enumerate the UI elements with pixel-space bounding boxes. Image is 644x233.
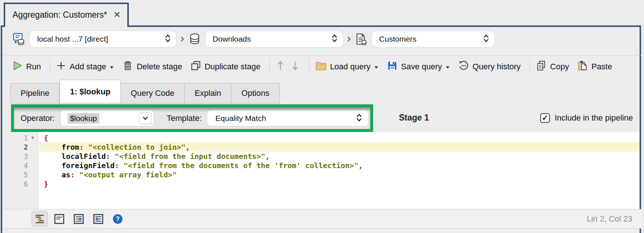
svg-text:?: ? bbox=[116, 215, 120, 223]
include-in-pipeline: ✓ Include in the pipeline bbox=[540, 104, 633, 132]
database-value: Downloads bbox=[213, 35, 331, 44]
breadcrumb-separator: › bbox=[180, 31, 184, 47]
delete-stage-button[interactable]: Delete stage bbox=[122, 60, 182, 73]
folder-icon bbox=[315, 60, 327, 73]
caret-down-icon bbox=[445, 62, 450, 72]
code-line[interactable]: } bbox=[39, 179, 640, 188]
indent-button[interactable] bbox=[71, 211, 87, 227]
toolbar-divider bbox=[269, 60, 270, 74]
close-icon[interactable]: ✕ bbox=[113, 10, 121, 19]
toolbar-divider bbox=[309, 60, 309, 74]
duplicate-icon bbox=[190, 60, 201, 73]
plus-icon bbox=[56, 60, 66, 73]
chevron-up-down-icon bbox=[331, 34, 338, 45]
caret-down-icon bbox=[374, 62, 379, 72]
stage-label: Stage 1 bbox=[399, 104, 429, 132]
connection-value: local host ...7 [direct] bbox=[37, 35, 164, 44]
document-tab-title: Aggregation: Customers* bbox=[13, 10, 108, 20]
editor-gutter: 1▼23456 bbox=[12, 132, 38, 209]
line-number: 4 bbox=[12, 161, 38, 170]
chevron-down-icon[interactable] bbox=[139, 112, 152, 124]
duplicate-stage-button[interactable]: Duplicate stage bbox=[190, 60, 261, 73]
chevron-up-down-icon bbox=[356, 113, 362, 124]
line-number: 1▼ bbox=[12, 133, 38, 142]
chevron-up-down-icon bbox=[483, 34, 489, 45]
load-query-button[interactable]: Load query bbox=[315, 60, 379, 73]
query-history-button[interactable]: Query history bbox=[458, 60, 521, 73]
tab-options[interactable]: Options bbox=[231, 83, 280, 104]
move-stage-down-button[interactable] bbox=[290, 60, 300, 73]
database-select[interactable]: Downloads bbox=[205, 31, 343, 48]
save-icon bbox=[387, 60, 398, 73]
code-line[interactable]: { bbox=[39, 133, 640, 142]
stage-tabs: Pipeline1: $lookupQuery CodeExplainOptio… bbox=[10, 80, 280, 104]
editor-code[interactable]: { from: "<collection to join>", localFie… bbox=[39, 132, 640, 209]
save-query-button[interactable]: Save query bbox=[387, 60, 450, 73]
template-label: Template: bbox=[167, 114, 202, 123]
code-line[interactable]: foreignField: "<field from the documents… bbox=[39, 161, 640, 170]
code-line[interactable]: localField: "<field from the input docum… bbox=[39, 152, 640, 161]
code-line[interactable]: from: "<collection to join>", bbox=[39, 142, 640, 152]
annotation-highlight: Operator: $lookup Template: Equality Mat… bbox=[11, 104, 373, 132]
query-toolbar: Run Add stage Delete stage Duplicate sta… bbox=[3, 55, 641, 77]
include-label: Include in the pipeline bbox=[555, 113, 633, 123]
run-button[interactable]: Run bbox=[12, 60, 41, 73]
document-tab[interactable]: Aggregation: Customers* ✕ bbox=[4, 3, 129, 27]
copy-button[interactable]: Copy bbox=[536, 60, 569, 73]
tab-query-code[interactable]: Query Code bbox=[121, 83, 185, 104]
collection-select[interactable]: Customers bbox=[371, 31, 495, 48]
tab-explain[interactable]: Explain bbox=[185, 83, 231, 104]
template-value: Equality Match bbox=[215, 114, 356, 123]
fold-icon[interactable]: ▼ bbox=[29, 135, 36, 140]
editor-statusbar: ? Lin 2, Col 23 bbox=[3, 209, 641, 229]
operator-label: Operator: bbox=[21, 114, 55, 123]
format-document-button[interactable] bbox=[51, 211, 67, 227]
tab-1-$lookup[interactable]: 1: $lookup bbox=[60, 80, 121, 104]
line-number: 6 bbox=[12, 179, 38, 188]
cursor-position: Lin 2, Col 23 bbox=[587, 214, 632, 224]
caret-down-icon bbox=[109, 62, 114, 72]
outdent-button[interactable] bbox=[90, 211, 106, 227]
add-stage-button[interactable]: Add stage bbox=[56, 60, 114, 73]
collection-value: Customers bbox=[379, 35, 483, 44]
history-icon bbox=[458, 60, 469, 73]
database-icon bbox=[188, 32, 201, 46]
paste-icon bbox=[577, 60, 588, 73]
line-number: 3 bbox=[12, 152, 38, 161]
run-icon bbox=[12, 60, 23, 73]
line-number: 2 bbox=[12, 142, 38, 152]
reformat-code-button[interactable] bbox=[32, 211, 48, 227]
toolbar-divider bbox=[530, 60, 530, 74]
breadcrumb-separator: › bbox=[347, 31, 351, 47]
connection-select[interactable]: local host ...7 [direct] bbox=[29, 31, 177, 48]
copy-icon bbox=[536, 60, 547, 73]
help-button[interactable]: ? bbox=[110, 211, 126, 227]
include-checkbox[interactable]: ✓ bbox=[540, 113, 550, 123]
move-stage-up-button[interactable] bbox=[276, 60, 285, 73]
paste-button[interactable]: Paste bbox=[577, 60, 612, 73]
toolbar-divider bbox=[50, 60, 50, 74]
arrow-down-icon bbox=[290, 60, 300, 73]
breadcrumb: local host ...7 [direct] › Downloads › C… bbox=[3, 28, 641, 50]
operator-value: $lookup bbox=[68, 113, 99, 124]
line-number: 5 bbox=[12, 170, 38, 179]
stage-code-editor[interactable]: 1▼23456 { from: "<collection to join>", … bbox=[12, 132, 640, 209]
code-line[interactable]: as: "<output array field>" bbox=[39, 170, 640, 179]
operator-combobox[interactable]: $lookup bbox=[60, 110, 154, 126]
check-icon: ✓ bbox=[542, 114, 548, 122]
stage-header: Operator: $lookup Template: Equality Mat… bbox=[3, 104, 641, 132]
trash-icon bbox=[122, 60, 133, 73]
chevron-up-down-icon bbox=[164, 34, 171, 45]
connection-icon bbox=[12, 32, 26, 46]
arrow-up-icon bbox=[276, 60, 285, 73]
template-select[interactable]: Equality Match bbox=[207, 110, 369, 126]
tab-pipeline[interactable]: Pipeline bbox=[10, 83, 60, 104]
collection-icon bbox=[354, 32, 368, 46]
